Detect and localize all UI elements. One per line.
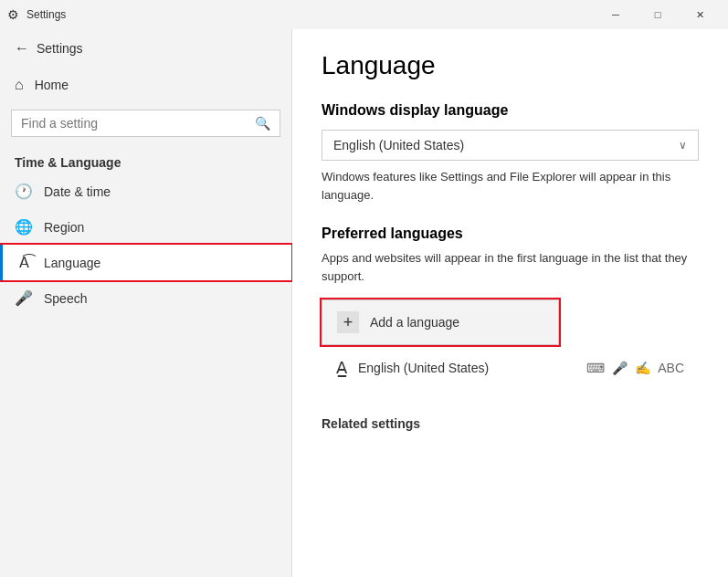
- sidebar-item-date[interactable]: 🕐 Date & time: [0, 173, 291, 209]
- chevron-down-icon: ∨: [679, 139, 687, 152]
- search-box: 🔍: [11, 110, 280, 137]
- display-lang-dropdown[interactable]: English (United States) ∨: [322, 130, 699, 161]
- language-label: Language: [44, 256, 100, 270]
- back-label: Settings: [37, 41, 83, 56]
- related-settings-label: Related settings: [322, 416, 699, 431]
- add-language-button[interactable]: + Add a language: [322, 299, 559, 345]
- content-area: Language Windows display language Englis…: [292, 29, 728, 577]
- maximize-button[interactable]: □: [637, 0, 679, 29]
- back-arrow-icon: ←: [15, 40, 29, 57]
- back-button[interactable]: ← Settings: [0, 29, 291, 68]
- home-label: Home: [35, 78, 69, 92]
- plus-icon: +: [337, 311, 359, 333]
- display-lang-hint: Windows features like Settings and File …: [322, 168, 699, 204]
- text-icon: ABC: [658, 361, 684, 375]
- home-icon: ⌂: [15, 77, 24, 93]
- language-entry-english[interactable]: A̲ English (United States) ⌨ 🎤 ✍ ABC: [322, 349, 699, 387]
- lang-capabilities: ⌨ 🎤 ✍ ABC: [586, 361, 684, 375]
- speech-icon: 🎤: [15, 289, 33, 307]
- display-lang-value: English (United States): [333, 138, 464, 152]
- app-container: ← Settings ⌂ Home 🔍 Time & Language 🕐 Da…: [0, 29, 728, 577]
- speech-label: Speech: [44, 291, 87, 306]
- sidebar-item-region[interactable]: 🌐 Region: [0, 209, 291, 245]
- display-lang-dropdown-container: English (United States) ∨: [322, 130, 699, 161]
- search-icon: 🔍: [255, 116, 270, 131]
- preferred-lang-desc: Apps and websites will appear in the fir…: [322, 249, 699, 285]
- page-title: Language: [322, 51, 699, 80]
- preferred-lang-heading: Preferred languages: [322, 226, 699, 242]
- lang-name: English (United States): [358, 361, 575, 375]
- sidebar-item-language[interactable]: A͡ Language: [0, 245, 291, 280]
- sidebar-item-speech[interactable]: 🎤 Speech: [0, 280, 291, 316]
- date-icon: 🕐: [15, 183, 33, 200]
- language-icon: A͡: [15, 254, 33, 271]
- close-button[interactable]: ✕: [679, 0, 721, 29]
- keyboard-icon: ⌨: [586, 361, 605, 375]
- settings-app-icon: ⚙: [7, 7, 19, 22]
- minimize-button[interactable]: ─: [595, 0, 637, 29]
- date-label: Date & time: [44, 184, 111, 199]
- section-title: Time & Language: [0, 144, 291, 173]
- display-lang-heading: Windows display language: [322, 102, 699, 119]
- handwriting-icon: ✍: [635, 361, 650, 375]
- title-bar-title: Settings: [26, 8, 66, 21]
- add-language-label: Add a language: [370, 315, 459, 330]
- lang-letter-icon: A̲: [336, 358, 347, 378]
- title-bar: ⚙ Settings ─ □ ✕: [0, 0, 728, 29]
- sidebar-item-home[interactable]: ⌂ Home: [0, 68, 291, 102]
- region-label: Region: [44, 220, 84, 235]
- search-input[interactable]: [21, 116, 248, 131]
- speech-cap-icon: 🎤: [612, 361, 628, 375]
- sidebar: ← Settings ⌂ Home 🔍 Time & Language 🕐 Da…: [0, 29, 292, 577]
- region-icon: 🌐: [15, 218, 33, 236]
- title-bar-left: ⚙ Settings: [7, 7, 595, 22]
- window-controls: ─ □ ✕: [595, 0, 721, 29]
